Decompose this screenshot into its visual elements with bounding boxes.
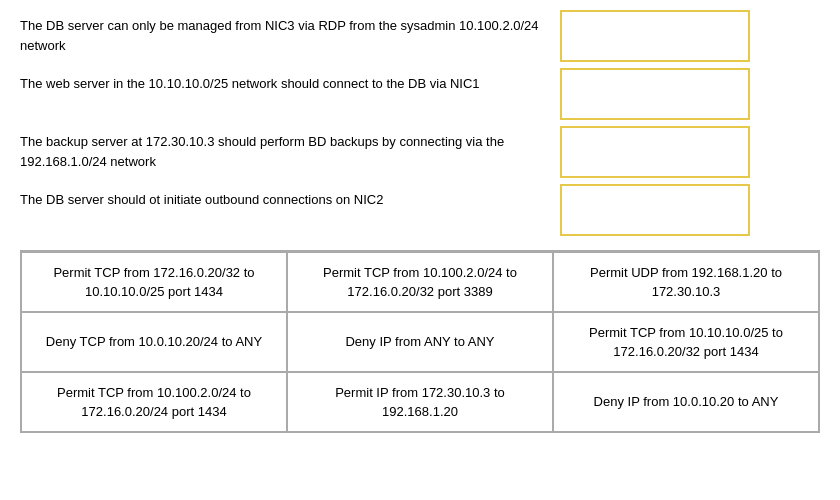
scenario-answer-box-4[interactable] xyxy=(560,184,750,236)
answer-cell-r2-c2[interactable]: Deny IP from ANY to ANY xyxy=(287,312,553,372)
scenario-section: The DB server can only be managed from N… xyxy=(20,10,820,242)
scenario-answer-box-1[interactable] xyxy=(560,10,750,62)
scenario-text-4: The DB server should ot initiate outboun… xyxy=(20,184,550,236)
scenario-row-1: The DB server can only be managed from N… xyxy=(20,10,820,62)
scenario-row-2: The web server in the 10.10.10.0/25 netw… xyxy=(20,68,820,120)
answer-cell-r2-c1[interactable]: Deny TCP from 10.0.10.20/24 to ANY xyxy=(21,312,287,372)
main-container: The DB server can only be managed from N… xyxy=(0,0,840,443)
answer-cell-r3-c3[interactable]: Deny IP from 10.0.10.20 to ANY xyxy=(553,372,819,432)
scenario-answer-box-2[interactable] xyxy=(560,68,750,120)
scenario-row-4: The DB server should ot initiate outboun… xyxy=(20,184,820,236)
scenario-answer-box-3[interactable] xyxy=(560,126,750,178)
scenario-text-3: The backup server at 172.30.10.3 should … xyxy=(20,126,550,178)
answer-grid-section: Permit TCP from 172.16.0.20/32 to 10.10.… xyxy=(20,250,820,433)
answer-cell-r3-c2[interactable]: Permit IP from 172.30.10.3 to 192.168.1.… xyxy=(287,372,553,432)
answer-grid: Permit TCP from 172.16.0.20/32 to 10.10.… xyxy=(21,251,819,432)
scenario-text-1: The DB server can only be managed from N… xyxy=(20,10,550,62)
scenario-row-3: The backup server at 172.30.10.3 should … xyxy=(20,126,820,178)
answer-cell-r2-c3[interactable]: Permit TCP from 10.10.10.0/25 to 172.16.… xyxy=(553,312,819,372)
answer-cell-r1-c3[interactable]: Permit UDP from 192.168.1.20 to 172.30.1… xyxy=(553,252,819,312)
answer-cell-r1-c2[interactable]: Permit TCP from 10.100.2.0/24 to 172.16.… xyxy=(287,252,553,312)
scenario-text-2: The web server in the 10.10.10.0/25 netw… xyxy=(20,68,550,120)
answer-cell-r1-c1[interactable]: Permit TCP from 172.16.0.20/32 to 10.10.… xyxy=(21,252,287,312)
answer-cell-r3-c1[interactable]: Permit TCP from 10.100.2.0/24 to 172.16.… xyxy=(21,372,287,432)
